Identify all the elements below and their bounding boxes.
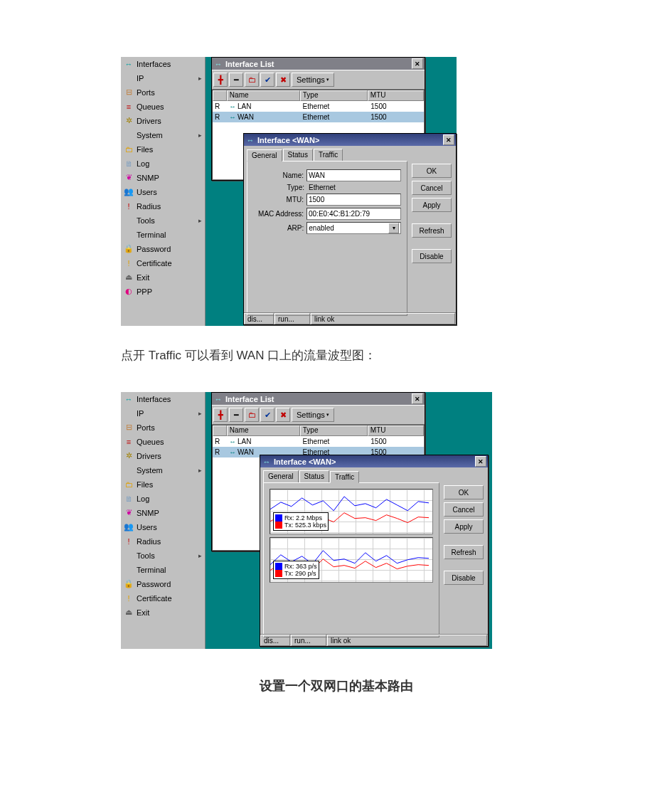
tab-general[interactable]: General [247,149,282,162]
sidebar-item-terminal[interactable]: Terminal [121,228,205,242]
sidebar-item-ip[interactable]: IP▸ [121,71,205,85]
sidebar-item-users[interactable]: 👥Users [121,520,205,534]
tab-traffic[interactable]: Traffic [314,149,343,161]
sidebar-item-exit[interactable]: ⏏Exit [121,270,205,285]
col-name[interactable]: Name [227,90,300,101]
sidebar-item-log[interactable]: 🗎Log [121,492,205,506]
close-icon[interactable]: ✕ [412,393,423,404]
sidebar-item-label: Certificate [137,594,202,603]
col-type[interactable]: Type [300,425,368,436]
tab-status[interactable]: Status [283,149,313,161]
interface-list-titlebar[interactable]: ↔ Interface List ✕ [212,393,425,405]
sidebar-item-system[interactable]: System▸ [121,128,205,142]
sidebar-item-interfaces[interactable]: ↔Interfaces [121,392,205,406]
interface-wan-dialog: ↔ Interface <WAN> ✕ General Status Traff… [243,133,457,325]
disable-button[interactable]: ✖ [276,73,290,87]
tx-label: Tx: 290 p/s [284,570,316,577]
sidebar-item-password[interactable]: 🔒Password [121,242,205,256]
sidebar-item-label: Password [137,245,202,253]
add-button[interactable]: ╋ [213,408,228,422]
add-button[interactable]: ╋ [213,73,228,87]
col-name[interactable]: Name [227,425,300,436]
apply-button[interactable]: Apply [444,519,484,534]
table-row[interactable]: R↔WANEthernet1500 [213,112,424,122]
screenshot-2: ↔InterfacesIP▸⊟Ports≡Queues✲DriversSyste… [121,392,492,649]
menu-icon: ⏏ [124,272,134,282]
col-type[interactable]: Type [300,90,368,101]
comment-button[interactable]: 🗀 [245,408,259,422]
settings-button[interactable]: Settings▾ [292,408,334,422]
menu-icon [124,551,134,561]
remove-button[interactable]: ━ [229,408,243,422]
close-icon[interactable]: ✕ [475,456,486,467]
sidebar-item-log[interactable]: 🗎Log [121,157,205,171]
settings-button[interactable]: Settings▾ [292,73,334,87]
disable-interface-button[interactable]: Disable [412,249,452,263]
sidebar-item-label: Exit [137,608,202,617]
table-row[interactable]: R↔LANEthernet1500 [213,101,424,112]
chevron-right-icon: ▸ [198,467,202,474]
sidebar-item-radius[interactable]: !Radius [121,534,205,549]
table-row[interactable]: R↔LANEthernet1500 [213,436,424,447]
sidebar-item-ppp[interactable]: ◐PPP [121,285,205,299]
close-icon[interactable]: ✕ [412,58,423,69]
type-value: Ethernet [307,184,336,191]
cancel-button[interactable]: Cancel [444,502,484,517]
col-mtu[interactable]: MTU [368,90,424,101]
menu-icon: ! [124,201,134,211]
mtu-label: MTU: [253,196,304,203]
sidebar-item-password[interactable]: 🔒Password [121,577,205,591]
comment-button[interactable]: 🗀 [245,73,259,87]
sidebar-item-snmp[interactable]: ❦SNMP [121,506,205,520]
disable-interface-button[interactable]: Disable [444,571,484,585]
tab-traffic[interactable]: Traffic [330,471,359,483]
disable-button[interactable]: ✖ [276,408,290,422]
mtu-input[interactable] [306,194,401,206]
menu-icon: 🗎 [124,159,134,169]
sidebar-item-certificate[interactable]: !Certificate [121,256,205,270]
refresh-button[interactable]: Refresh [444,545,484,559]
sidebar-item-certificate[interactable]: !Certificate [121,591,205,605]
sidebar-item-tools[interactable]: Tools▸ [121,549,205,563]
sidebar-item-files[interactable]: 🗀Files [121,477,205,492]
ok-button[interactable]: OK [444,485,484,499]
sidebar-item-exit[interactable]: ⏏Exit [121,605,205,620]
sidebar-item-label: IP [137,409,198,418]
refresh-button[interactable]: Refresh [412,223,452,238]
arp-select[interactable]: enabled ▾ [306,222,401,234]
menu-icon [124,130,134,140]
sidebar-item-system[interactable]: System▸ [121,463,205,477]
sidebar-item-radius[interactable]: !Radius [121,199,205,213]
name-input[interactable] [306,169,401,181]
sidebar-item-snmp[interactable]: ❦SNMP [121,171,205,185]
close-icon[interactable]: ✕ [443,134,454,145]
sidebar-item-ip[interactable]: IP▸ [121,406,205,420]
col-flag[interactable] [213,425,227,436]
sidebar-item-drivers[interactable]: ✲Drivers [121,114,205,128]
sidebar-item-users[interactable]: 👥Users [121,185,205,199]
sidebar-item-ports[interactable]: ⊟Ports [121,420,205,435]
interface-list-titlebar[interactable]: ↔ Interface List ✕ [212,58,425,70]
sidebar-item-files[interactable]: 🗀Files [121,142,205,157]
col-mtu[interactable]: MTU [368,425,424,436]
cancel-button[interactable]: Cancel [412,181,452,195]
sidebar-item-interfaces[interactable]: ↔Interfaces [121,57,205,71]
interface-wan-titlebar[interactable]: ↔ Interface <WAN> ✕ [244,134,456,146]
sidebar-item-ports[interactable]: ⊟Ports [121,85,205,100]
sidebar-item-queues[interactable]: ≡Queues [121,435,205,449]
apply-button[interactable]: Apply [412,198,452,212]
enable-button[interactable]: ✔ [260,408,274,422]
interface-wan-titlebar[interactable]: ↔ Interface <WAN> ✕ [260,455,488,467]
tab-status[interactable]: Status [299,470,329,482]
sidebar-item-queues[interactable]: ≡Queues [121,100,205,114]
tab-general[interactable]: General [263,470,299,482]
sidebar-item-terminal[interactable]: Terminal [121,563,205,577]
mac-input[interactable] [306,208,401,220]
enable-button[interactable]: ✔ [260,73,274,87]
ok-button[interactable]: OK [412,164,452,178]
sidebar-item-drivers[interactable]: ✲Drivers [121,449,205,463]
col-flag[interactable] [213,90,227,101]
sidebar-item-tools[interactable]: Tools▸ [121,213,205,228]
section-heading: 设置一个双网口的基本路由 [0,677,672,694]
remove-button[interactable]: ━ [229,73,243,87]
